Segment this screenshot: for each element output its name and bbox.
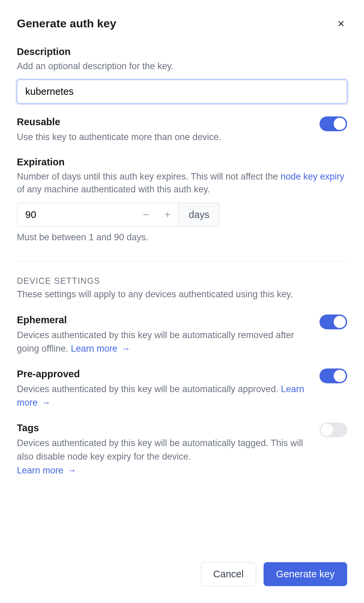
tags-label: Tags — [17, 422, 306, 434]
tags-hint-text: Devices authenticated by this key will b… — [17, 438, 303, 462]
reusable-toggle[interactable] — [320, 116, 347, 131]
description-input[interactable] — [17, 80, 347, 104]
ephemeral-hint-text: Devices authenticated by this key will b… — [17, 330, 294, 354]
tags-learn-more-text: Learn more — [17, 465, 63, 475]
description-label: Description — [17, 46, 347, 57]
preapproved-hint: Devices authenticated by this key will b… — [17, 382, 306, 410]
ephemeral-section: Ephemeral Devices authenticated by this … — [17, 314, 347, 356]
generate-key-button[interactable]: Generate key — [264, 562, 347, 586]
reusable-hint: Use this key to authenticate more than o… — [17, 130, 306, 144]
expiration-increment-button[interactable]: + — [157, 203, 178, 226]
ephemeral-toggle[interactable] — [320, 314, 347, 329]
close-icon — [336, 19, 346, 28]
expiration-unit: days — [179, 203, 220, 227]
ephemeral-hint: Devices authenticated by this key will b… — [17, 328, 306, 356]
expiration-hint: Number of days until this auth key expir… — [17, 170, 347, 196]
minus-icon: − — [143, 209, 149, 221]
device-settings-heading: DEVICE SETTINGS — [17, 276, 347, 286]
arrow-right-icon: → — [119, 344, 130, 354]
description-hint: Add an optional description for the key. — [17, 60, 347, 73]
close-button[interactable] — [335, 18, 347, 30]
expiration-input[interactable] — [17, 203, 135, 226]
expiration-label: Expiration — [17, 157, 347, 168]
expiration-hint-post: of any machine authenticated with this a… — [17, 184, 210, 194]
tags-hint: Devices authenticated by this key will b… — [17, 436, 306, 477]
reusable-section: Reusable Use this key to authenticate mo… — [17, 116, 347, 144]
toggle-knob — [334, 370, 346, 382]
description-section: Description Add an optional description … — [17, 46, 347, 104]
ephemeral-label: Ephemeral — [17, 314, 306, 326]
preapproved-label: Pre-approved — [17, 368, 306, 380]
arrow-right-icon: → — [65, 465, 77, 475]
expiration-hint-pre: Number of days until this auth key expir… — [17, 171, 280, 182]
expiration-stepper: − + days — [17, 203, 347, 227]
node-key-expiry-link[interactable]: node key expiry — [280, 171, 344, 182]
toggle-knob — [334, 118, 346, 130]
tags-toggle[interactable] — [320, 422, 347, 437]
plus-icon: + — [164, 209, 171, 221]
device-settings-header: DEVICE SETTINGS These settings will appl… — [17, 276, 347, 314]
preapproved-section: Pre-approved Devices authenticated by th… — [17, 368, 347, 410]
dialog-header: Generate auth key — [17, 17, 347, 30]
cancel-button[interactable]: Cancel — [201, 562, 256, 586]
expiration-decrement-button[interactable]: − — [135, 203, 157, 226]
arrow-right-icon: → — [39, 398, 51, 408]
ephemeral-learn-more-text: Learn more — [71, 344, 117, 354]
tags-learn-more-link[interactable]: Learn more → — [17, 465, 77, 475]
expiration-input-wrap: − + — [17, 203, 179, 227]
dialog-title: Generate auth key — [17, 17, 116, 30]
divider — [17, 261, 347, 261]
expiration-constraint: Must be between 1 and 90 days. — [17, 232, 347, 243]
toggle-knob — [321, 424, 333, 436]
expiration-section: Expiration Number of days until this aut… — [17, 157, 347, 243]
reusable-label: Reusable — [17, 116, 306, 128]
toggle-knob — [334, 316, 346, 328]
preapproved-toggle[interactable] — [320, 368, 347, 383]
ephemeral-learn-more-link[interactable]: Learn more → — [71, 344, 130, 354]
generate-auth-key-dialog: Generate auth key Description Add an opt… — [0, 0, 364, 603]
device-settings-desc: These settings will apply to any devices… — [17, 289, 347, 300]
tags-section: Tags Devices authenticated by this key w… — [17, 422, 347, 477]
dialog-footer: Cancel Generate key — [17, 549, 347, 586]
preapproved-hint-text: Devices authenticated by this key will b… — [17, 384, 281, 394]
